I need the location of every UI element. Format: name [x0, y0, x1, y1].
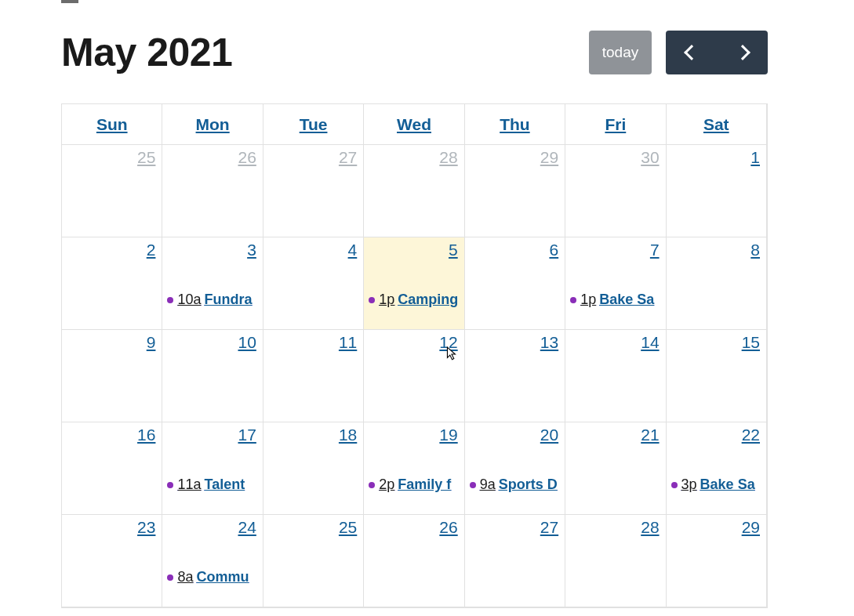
calendar-event[interactable]: 8aCommu [167, 568, 262, 585]
calendar-cell[interactable]: 28 [565, 515, 666, 607]
day-number[interactable]: 2 [147, 241, 156, 259]
today-button[interactable]: today [589, 31, 652, 74]
calendar-cell[interactable]: 29 [465, 145, 565, 237]
calendar-cell[interactable]: 223pBake Sa [667, 422, 767, 515]
day-number[interactable]: 25 [339, 518, 357, 537]
calendar-cell[interactable]: 51pCamping [364, 237, 464, 330]
calendar-cell[interactable]: 25 [263, 515, 364, 607]
calendar-event[interactable]: 3pBake Sa [671, 476, 766, 493]
events-list: 8aCommu [167, 568, 262, 585]
day-number[interactable]: 4 [348, 241, 358, 259]
day-number[interactable]: 17 [238, 426, 256, 444]
month-nav-button[interactable] [666, 31, 768, 74]
day-number[interactable]: 23 [137, 518, 155, 537]
day-number[interactable]: 20 [540, 426, 558, 444]
day-header-link[interactable]: Mon [196, 115, 230, 134]
day-number[interactable]: 15 [742, 333, 760, 352]
calendar-cell[interactable]: 1711aTalent [162, 422, 263, 515]
day-number[interactable]: 27 [540, 518, 558, 537]
day-number[interactable]: 16 [137, 426, 155, 444]
event-title: Commu [196, 568, 249, 585]
calendar-cell[interactable]: 23 [62, 515, 162, 607]
events-list: 9aSports D [470, 476, 565, 493]
calendar-cell[interactable]: 13 [465, 330, 565, 422]
day-number[interactable]: 28 [641, 518, 659, 537]
calendar-cell[interactable]: 8 [667, 237, 767, 330]
day-number[interactable]: 27 [339, 148, 357, 167]
day-number[interactable]: 18 [339, 426, 357, 444]
day-number[interactable]: 19 [439, 426, 457, 444]
calendar-cell[interactable]: 2 [62, 237, 162, 330]
calendar-cell[interactable]: 21 [565, 422, 666, 515]
event-time: 8a [177, 568, 193, 585]
day-number[interactable]: 21 [641, 426, 659, 444]
calendar-cell[interactable]: 4 [263, 237, 364, 330]
calendar-cell[interactable]: 18 [263, 422, 364, 515]
calendar-cell[interactable]: 12 [364, 330, 464, 422]
calendar-cell[interactable]: 209aSports D [465, 422, 565, 515]
day-number[interactable]: 3 [247, 241, 256, 259]
events-list: 1pCamping [369, 291, 463, 308]
day-number[interactable]: 30 [641, 148, 659, 167]
day-number[interactable]: 26 [238, 148, 256, 167]
calendar-cell[interactable]: 26 [162, 145, 263, 237]
calendar-cell[interactable]: 30 [565, 145, 666, 237]
calendar-header: May 2021 today [61, 30, 768, 75]
calendar-cell[interactable]: 27 [263, 145, 364, 237]
event-time: 2p [379, 476, 394, 493]
chevron-right-icon [735, 45, 750, 60]
calendar-cell[interactable]: 1 [667, 145, 767, 237]
calendar-event[interactable]: 9aSports D [470, 476, 565, 493]
calendar-cell[interactable]: 28 [364, 145, 464, 237]
calendar-cell[interactable]: 310aFundra [162, 237, 263, 330]
day-header-link[interactable]: Thu [500, 115, 529, 134]
calendar-event[interactable]: 1pBake Sa [570, 291, 665, 308]
calendar-cell[interactable]: 6 [465, 237, 565, 330]
calendar-cell[interactable]: 29 [667, 515, 767, 607]
calendar-cell[interactable]: 14 [565, 330, 666, 422]
calendar-event[interactable]: 1pCamping [369, 291, 463, 308]
day-number[interactable]: 25 [137, 148, 155, 167]
day-number[interactable]: 5 [449, 241, 458, 259]
calendar-event[interactable]: 11aTalent [167, 476, 262, 493]
day-number[interactable]: 24 [238, 518, 256, 537]
calendar-cell[interactable]: 9 [62, 330, 162, 422]
day-number[interactable]: 10 [238, 333, 256, 352]
calendar-cell[interactable]: 71pBake Sa [565, 237, 666, 330]
calendar-event[interactable]: 2pFamily f [369, 476, 463, 493]
day-header-link[interactable]: Fri [605, 115, 626, 134]
day-header-link[interactable]: Tue [300, 115, 328, 134]
day-number[interactable]: 7 [650, 241, 660, 259]
day-header: Mon [162, 104, 263, 145]
calendar-cell[interactable]: 27 [465, 515, 565, 607]
day-number[interactable]: 8 [750, 241, 760, 259]
calendar-event[interactable]: 10aFundra [167, 291, 262, 308]
day-number[interactable]: 1 [750, 148, 760, 167]
day-number[interactable]: 14 [641, 333, 659, 352]
day-number[interactable]: 22 [742, 426, 760, 444]
day-header: Sun [62, 104, 162, 145]
day-number[interactable]: 11 [339, 333, 357, 352]
accent-bar [61, 0, 78, 3]
day-number[interactable]: 29 [540, 148, 558, 167]
chevron-left-icon [684, 45, 700, 60]
day-number[interactable]: 9 [147, 333, 156, 352]
day-header-link[interactable]: Sat [703, 115, 729, 134]
day-header-link[interactable]: Wed [397, 115, 431, 134]
calendar-cell[interactable]: 15 [667, 330, 767, 422]
calendar-cell[interactable]: 25 [62, 145, 162, 237]
day-header-link[interactable]: Sun [96, 115, 128, 134]
day-number[interactable]: 12 [439, 333, 457, 352]
day-number[interactable]: 29 [742, 518, 760, 537]
calendar-cell[interactable]: 248aCommu [162, 515, 263, 607]
calendar-grid: SunMonTueWedThuFriSat25262728293012310aF… [61, 103, 768, 608]
calendar-cell[interactable]: 26 [364, 515, 464, 607]
calendar-cell[interactable]: 16 [62, 422, 162, 515]
day-number[interactable]: 13 [540, 333, 558, 352]
calendar-cell[interactable]: 192pFamily f [364, 422, 464, 515]
day-number[interactable]: 28 [439, 148, 457, 167]
day-number[interactable]: 26 [439, 518, 457, 537]
calendar-cell[interactable]: 10 [162, 330, 263, 422]
calendar-cell[interactable]: 11 [263, 330, 364, 422]
day-number[interactable]: 6 [549, 241, 558, 259]
